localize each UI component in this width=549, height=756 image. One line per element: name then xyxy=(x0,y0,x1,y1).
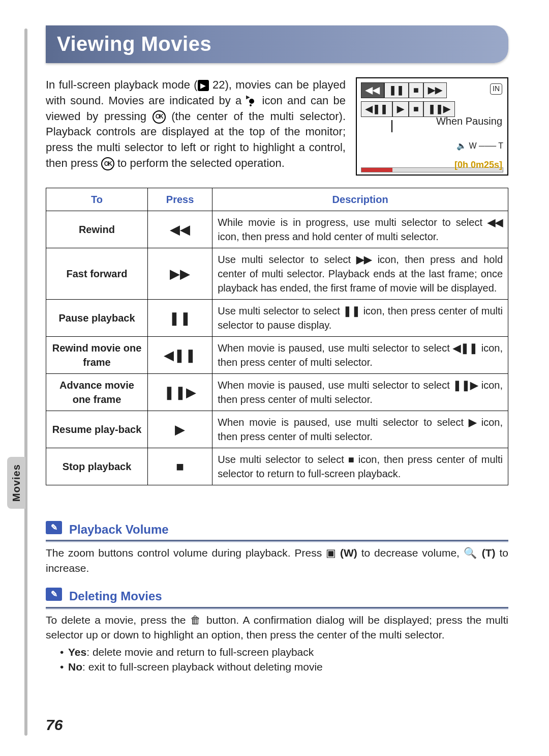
col-header-press: Press xyxy=(147,188,212,211)
table-row: Rewind movie one frame◀❚❚When movie is p… xyxy=(46,336,508,373)
ok-icon: OK xyxy=(152,110,166,124)
cell-to: Fast forward xyxy=(46,248,148,299)
note-heading: ✎ Deleting Movies xyxy=(46,588,508,608)
t-label: (T) xyxy=(478,547,496,559)
cell-to: Advance movie one frame xyxy=(46,373,148,411)
inline-control-icon: ■ xyxy=(348,452,354,467)
note-heading-text: Deleting Movies xyxy=(69,589,162,603)
elapsed-time: [0h 0m25s] xyxy=(454,159,502,171)
cell-description: Use multi selector to select ■ icon, the… xyxy=(212,448,508,485)
col-header-description: Description xyxy=(212,188,508,211)
note-deleting-movies: ✎ Deleting Movies To delete a movie, pre… xyxy=(46,588,508,674)
ctrl-play-icon: ▶ xyxy=(392,101,409,117)
inline-control-icon: ❚❚ xyxy=(343,304,360,318)
when-pausing-label: When Pausing xyxy=(436,114,502,128)
cell-press-icon: ▶ xyxy=(147,411,212,448)
table-row: Rewind◀◀While movie is in progress, use … xyxy=(46,211,508,248)
inline-control-icon: ▶▶ xyxy=(356,252,372,267)
cell-description: When movie is paused, use multi selector… xyxy=(212,411,508,448)
cell-press-icon: ◀◀ xyxy=(147,211,212,248)
cell-press-icon: ■ xyxy=(147,448,212,485)
cell-to: Stop playback xyxy=(46,448,148,485)
note-icon: ✎ xyxy=(46,521,62,534)
cell-description: When movie is paused, use multi selector… xyxy=(212,373,508,411)
bullet-key: Yes xyxy=(68,646,86,658)
col-header-to: To xyxy=(46,188,148,211)
movie-icon xyxy=(246,97,257,106)
cell-press-icon: ❚❚▶ xyxy=(147,373,212,411)
note-heading: ✎ Playback Volume xyxy=(46,521,508,542)
note-text: To delete a movie, press the xyxy=(46,614,190,626)
cell-description: While movie is in progress, use multi se… xyxy=(212,211,508,248)
note-heading-text: Playback Volume xyxy=(69,522,169,536)
cell-to: Pause playback xyxy=(46,299,148,336)
bullet-val: : exit to full-screen playback without d… xyxy=(82,661,323,673)
cell-description: When movie is paused, use multi selector… xyxy=(212,336,508,373)
bullet-yes: Yes: delete movie and return to full-scr… xyxy=(60,645,508,659)
inline-control-icon: ◀❚❚ xyxy=(453,341,478,355)
cell-press-icon: ▶▶ xyxy=(147,248,212,299)
ctrl-stop-icon: ■ xyxy=(409,82,423,98)
ctrl-pause-icon: ❚❚ xyxy=(384,82,409,98)
cell-description: Use multi selector to select ▶▶ icon, th… xyxy=(212,248,508,299)
zoom-in-icon: 🔍 xyxy=(464,547,478,559)
table-row: Advance movie one frame❚❚▶When movie is … xyxy=(46,373,508,411)
trash-icon: 🗑 xyxy=(190,614,202,626)
illus-top-row: ◀◀ ❚❚ ■ ▶▶ xyxy=(361,82,503,98)
inline-control-icon: ◀◀ xyxy=(487,215,503,229)
table-row: Fast forward▶▶Use multi selector to sele… xyxy=(46,248,508,299)
playback-controls-table: To Press Description Rewind◀◀While movie… xyxy=(46,188,508,485)
intro-text-1: In full-screen playback mode ( xyxy=(46,78,198,91)
note-body: To delete a movie, press the 🗑 button. A… xyxy=(46,613,508,675)
memory-in-icon: IN xyxy=(490,83,502,95)
intro-text-4: to perform the selected operation. xyxy=(114,157,285,169)
left-margin-rule xyxy=(24,28,27,736)
ctrl-stop-icon: ■ xyxy=(409,101,423,117)
table-row: Resume play-back▶When movie is paused, u… xyxy=(46,411,508,448)
cell-to: Rewind movie one frame xyxy=(46,336,148,373)
bullet-val: : delete movie and return to full-screen… xyxy=(86,646,314,658)
inline-control-icon: ▶ xyxy=(469,415,476,429)
side-tab-movies: Movies xyxy=(7,457,25,509)
volume-indicator-icon: 🔈 W ─── T xyxy=(361,140,503,152)
note-text: to decrease volume, xyxy=(357,547,464,559)
w-label: (W) xyxy=(336,547,357,559)
playback-mode-icon: ▶ xyxy=(198,80,209,91)
cell-press-icon: ❚❚ xyxy=(147,299,212,336)
ok-icon: OK xyxy=(101,157,114,170)
cell-to: Rewind xyxy=(46,211,148,248)
bullet-no: No: exit to full-screen playback without… xyxy=(60,659,508,674)
cell-to: Resume play-back xyxy=(46,411,148,448)
intro-paragraph: In full-screen playback mode (▶ 22), mov… xyxy=(46,77,346,171)
note-icon: ✎ xyxy=(46,588,62,601)
note-text: The zoom buttons control volume during p… xyxy=(46,547,326,559)
ctrl-rewind-icon: ◀◀ xyxy=(361,82,384,98)
ctrl-ffwd-icon: ▶▶ xyxy=(423,82,447,98)
page-title: Viewing Movies xyxy=(46,25,508,63)
table-row: Pause playback❚❚Use multi selector to se… xyxy=(46,299,508,336)
page-number: 76 xyxy=(46,714,63,736)
cell-description: Use multi selector to select ❚❚ icon, th… xyxy=(212,299,508,336)
inline-control-icon: ❚❚▶ xyxy=(453,378,478,392)
ctrl-frame-back-icon: ◀❚❚ xyxy=(361,101,392,117)
table-row: Stop playback■Use multi selector to sele… xyxy=(46,448,508,485)
note-playback-volume: ✎ Playback Volume The zoom buttons contr… xyxy=(46,521,508,575)
playback-controls-illustration: IN ◀◀ ❚❚ ■ ▶▶ ◀❚❚ ▶ ■ ❚❚▶ When Pausing 🔈… xyxy=(356,77,508,176)
bullet-key: No xyxy=(68,661,82,673)
note-body: The zoom buttons control volume during p… xyxy=(46,545,508,575)
zoom-out-icon: ▣ xyxy=(326,547,336,559)
cell-press-icon: ◀❚❚ xyxy=(147,336,212,373)
